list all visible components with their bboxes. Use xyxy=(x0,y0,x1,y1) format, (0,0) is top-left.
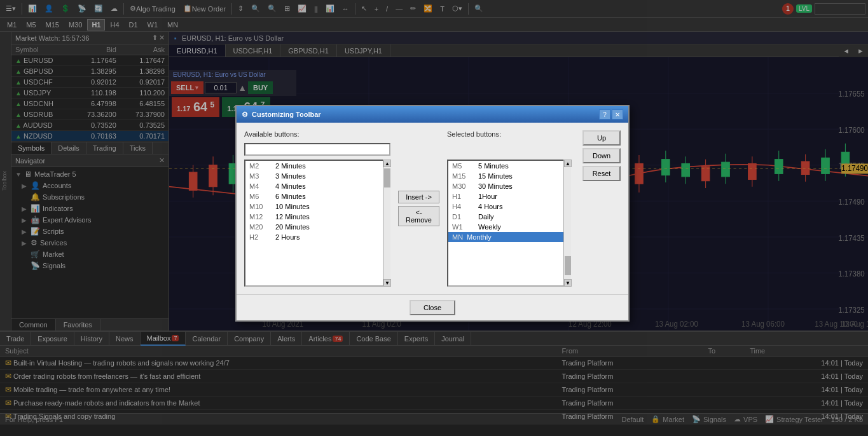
reset-button[interactable]: Reset xyxy=(582,166,621,181)
item-label: 4 Hours xyxy=(478,203,503,210)
item-label: 12 Minutes xyxy=(275,213,310,221)
item-label: 5 Minutes xyxy=(478,162,509,170)
selected-item[interactable]: M1515 Minutes xyxy=(448,171,570,181)
available-item[interactable]: M44 Minutes xyxy=(245,181,389,191)
item-code: M20 xyxy=(249,223,272,231)
item-label: 20 Minutes xyxy=(275,223,310,231)
available-listbox-wrapper: M22 MinutesM33 MinutesM44 MinutesM66 Min… xyxy=(244,160,390,287)
selected-list: M55 MinutesM1515 MinutesM3030 MinutesH11… xyxy=(448,161,570,242)
dialog-help-btn[interactable]: ? xyxy=(599,109,610,119)
item-label: 2 Minutes xyxy=(275,162,306,170)
customizing-toolbar-dialog: ⚙ Customizing Toolbar ? ✕ Available butt… xyxy=(235,105,630,322)
selected-label: Selected buttons: xyxy=(447,130,571,138)
selected-listbox[interactable]: M55 MinutesM1515 MinutesM3030 MinutesH11… xyxy=(447,160,571,287)
dialog-icon: ⚙ xyxy=(242,111,248,119)
dialog-content: Available buttons: M22 MinutesM33 Minute… xyxy=(244,130,621,287)
remove-button[interactable]: <- Remove xyxy=(398,206,439,226)
selected-item[interactable]: M3030 Minutes xyxy=(448,181,570,191)
item-label: Monthly xyxy=(467,233,492,241)
item-label: 10 Minutes xyxy=(275,203,310,210)
available-scrollbar[interactable]: ▲ ▼ xyxy=(383,160,390,287)
item-code: H4 xyxy=(452,203,474,210)
available-item[interactable]: M22 Minutes xyxy=(245,161,389,171)
item-label: 30 Minutes xyxy=(478,182,513,190)
dialog-titlebar-buttons: ? ✕ xyxy=(599,109,623,119)
available-scroll-track xyxy=(383,167,390,279)
item-label: 3 Minutes xyxy=(275,172,306,180)
item-code: M6 xyxy=(249,193,272,200)
selected-item[interactable]: MNMonthly xyxy=(448,232,570,242)
selected-item[interactable]: D1Daily xyxy=(448,212,570,222)
up-button[interactable]: Up xyxy=(582,130,621,146)
available-item[interactable]: M33 Minutes xyxy=(245,171,389,181)
dialog-overlay: ⚙ Customizing Toolbar ? ✕ Available butt… xyxy=(0,0,868,436)
selected-item[interactable]: W1Weekly xyxy=(448,222,570,232)
item-code: M12 xyxy=(249,213,272,221)
selected-item[interactable]: H44 Hours xyxy=(448,201,570,212)
close-button[interactable]: Close xyxy=(410,300,455,315)
side-action-buttons: Up Down Reset xyxy=(582,130,621,287)
transfer-buttons: Insert -> <- Remove xyxy=(398,191,439,226)
available-scroll-up[interactable]: ▲ xyxy=(383,160,391,167)
item-code: W1 xyxy=(452,223,474,231)
item-code: M10 xyxy=(249,203,272,210)
selected-scrollbar[interactable]: ▲ ▼ xyxy=(563,160,571,287)
dialog-title: ⚙ Customizing Toolbar xyxy=(242,111,321,119)
item-code: H1 xyxy=(452,193,474,200)
item-code: MN xyxy=(452,233,463,241)
item-code: H2 xyxy=(249,233,272,241)
available-scroll-down[interactable]: ▼ xyxy=(383,279,391,287)
item-code: M5 xyxy=(452,162,474,170)
available-list: M22 MinutesM33 MinutesM44 MinutesM66 Min… xyxy=(245,161,389,242)
available-listbox[interactable]: M22 MinutesM33 MinutesM44 MinutesM66 Min… xyxy=(244,160,390,287)
selected-listbox-wrapper: M55 MinutesM1515 MinutesM3030 MinutesH11… xyxy=(447,160,571,287)
item-label: Daily xyxy=(478,213,493,221)
available-item[interactable]: M1212 Minutes xyxy=(245,212,389,222)
selected-scroll-track xyxy=(564,167,571,279)
dialog-close-x-btn[interactable]: ✕ xyxy=(612,109,623,119)
item-label: 4 Minutes xyxy=(275,182,306,190)
selected-scroll-up[interactable]: ▲ xyxy=(564,160,572,167)
available-item[interactable]: M2020 Minutes xyxy=(245,222,389,232)
item-code: M2 xyxy=(249,162,272,170)
selected-item[interactable]: H11Hour xyxy=(448,191,570,201)
selected-col: Selected buttons: M55 MinutesM1515 Minut… xyxy=(447,130,571,287)
available-search[interactable] xyxy=(244,143,390,156)
selected-scroll-down[interactable]: ▼ xyxy=(564,279,572,287)
item-label: 1Hour xyxy=(478,193,497,200)
available-col: Available buttons: M22 MinutesM33 Minute… xyxy=(244,130,390,287)
item-label: 15 Minutes xyxy=(478,172,513,180)
item-code: M30 xyxy=(452,182,474,190)
item-label: 2 Hours xyxy=(275,233,300,241)
down-button[interactable]: Down xyxy=(582,148,621,163)
item-code: M3 xyxy=(249,172,272,180)
dialog-footer: Close xyxy=(237,294,628,320)
dialog-body: Available buttons: M22 MinutesM33 Minute… xyxy=(237,123,628,294)
available-scroll-thumb xyxy=(384,168,390,187)
available-item[interactable]: H22 Hours xyxy=(245,232,389,242)
item-label: 6 Minutes xyxy=(275,193,306,200)
selected-item[interactable]: M55 Minutes xyxy=(448,161,570,171)
insert-button[interactable]: Insert -> xyxy=(398,191,439,203)
item-code: M15 xyxy=(452,172,474,180)
item-label: Weekly xyxy=(478,223,501,231)
available-item[interactable]: M1010 Minutes xyxy=(245,201,389,212)
item-code: M4 xyxy=(249,182,272,190)
available-label: Available buttons: xyxy=(244,130,390,138)
available-item[interactable]: M66 Minutes xyxy=(245,191,389,201)
dialog-titlebar: ⚙ Customizing Toolbar ? ✕ xyxy=(237,106,628,123)
selected-scroll-thumb xyxy=(565,256,571,275)
item-code: D1 xyxy=(452,213,474,221)
